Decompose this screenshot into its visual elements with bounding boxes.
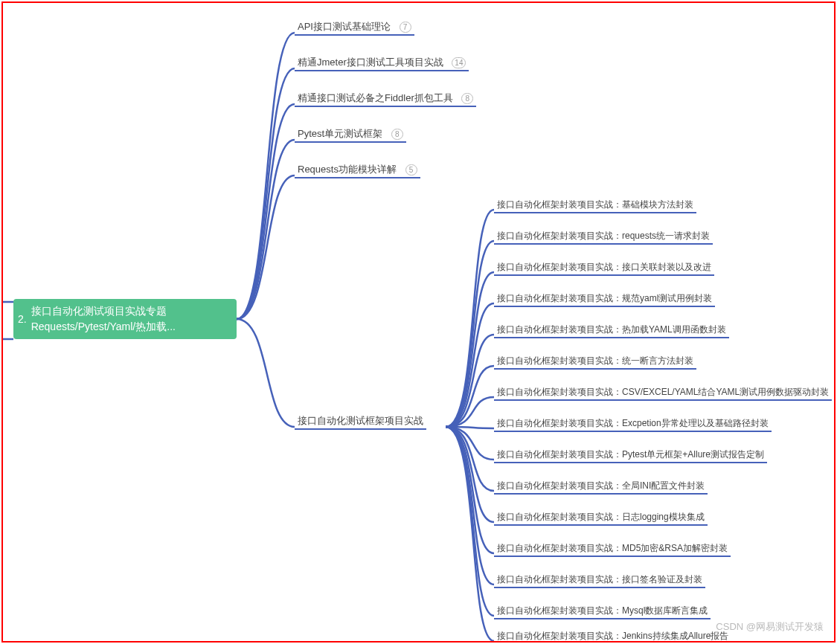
- leaf-item[interactable]: 接口自动化框架封装项目实战：Mysql数据库断言集成: [494, 605, 711, 619]
- root-line1: 接口自动化测试项目实战专题: [31, 305, 167, 317]
- count-badge: 5: [405, 164, 417, 176]
- branch-label: Requests功能模块详解: [298, 164, 397, 175]
- branch-label: API接口测试基础理论: [298, 21, 391, 32]
- leaf-item[interactable]: 接口自动化框架封装项目实战：统一断言方法封装: [494, 355, 696, 370]
- leaf-label: 接口自动化框架封装项目实战：统一断言方法封装: [497, 355, 693, 366]
- watermark: CSDN @网易测试开发猿: [716, 620, 824, 634]
- leaf-item[interactable]: 接口自动化框架封装项目实战：基础模块方法封装: [494, 199, 696, 213]
- leaf-item[interactable]: 接口自动化框架封装项目实战：Jenkins持续集成Allure报告: [494, 630, 731, 643]
- leaf-label: 接口自动化框架封装项目实战：全局INI配置文件封装: [497, 480, 705, 491]
- branch-fiddler[interactable]: 精通接口测试必备之Fiddler抓包工具 8: [295, 91, 476, 107]
- leaf-label: 接口自动化框架封装项目实战：日志logging模块集成: [497, 512, 705, 522]
- leaf-label: 接口自动化框架封装项目实战：基础模块方法封装: [497, 199, 693, 210]
- leaf-label: 接口自动化框架封装项目实战：CSV/EXCEL/YAML结合YAML测试用例数据…: [497, 387, 829, 397]
- leaf-item[interactable]: 接口自动化框架封装项目实战：接口关联封装以及改进: [494, 261, 714, 276]
- leaf-item[interactable]: 接口自动化框架封装项目实战：Excpetion异常处理以及基础路径封装: [494, 417, 772, 432]
- branch-label: 接口自动化测试框架项目实战: [298, 415, 423, 426]
- branch-jmeter[interactable]: 精通Jmeter接口测试工具项目实战 14: [295, 56, 469, 71]
- leaf-label: 接口自动化框架封装项目实战：接口签名验证及封装: [497, 574, 702, 585]
- leaf-label: 接口自动化框架封装项目实战：热加载YAML调用函数封装: [497, 324, 726, 335]
- leaf-label: 接口自动化框架封装项目实战：Jenkins持续集成Allure报告: [497, 631, 728, 641]
- count-badge: 14: [452, 57, 466, 68]
- leaf-item[interactable]: 接口自动化框架封装项目实战：规范yaml测试用例封装: [494, 292, 715, 307]
- root-node[interactable]: 2. 接口自动化测试项目实战专题 Requests/Pytest/Yaml/热加…: [13, 299, 237, 339]
- branch-pytest[interactable]: Pytest单元测试框架 8: [295, 127, 406, 143]
- branch-label: 精通Jmeter接口测试工具项目实战: [298, 57, 443, 68]
- leaf-item[interactable]: 接口自动化框架封装项目实战：热加载YAML调用函数封装: [494, 323, 729, 338]
- leaf-item[interactable]: 接口自动化框架封装项目实战：全局INI配置文件封装: [494, 480, 708, 495]
- diagram-frame: 2. 接口自动化测试项目实战专题 Requests/Pytest/Yaml/热加…: [1, 1, 836, 643]
- leaf-item[interactable]: 接口自动化框架封装项目实战：MD5加密&RSA加解密封装: [494, 542, 731, 557]
- leaf-item[interactable]: 接口自动化框架封装项目实战：日志logging模块集成: [494, 511, 708, 526]
- leaf-item[interactable]: 接口自动化框架封装项目实战：接口签名验证及封装: [494, 573, 705, 588]
- root-line2: Requests/Pytest/Yaml/热加载...: [31, 321, 176, 332]
- leaf-label: 接口自动化框架封装项目实战：requests统一请求封装: [497, 231, 710, 241]
- leaf-item[interactable]: 接口自动化框架封装项目实战：CSV/EXCEL/YAML结合YAML测试用例数据…: [494, 386, 832, 401]
- root-title: 接口自动化测试项目实战专题 Requests/Pytest/Yaml/热加载..…: [31, 303, 176, 335]
- branch-api-theory[interactable]: API接口测试基础理论 7: [295, 20, 414, 36]
- leaf-item[interactable]: 接口自动化框架封装项目实战：requests统一请求封装: [494, 230, 713, 245]
- root-number: 2.: [18, 312, 27, 327]
- leaf-label: 接口自动化框架封装项目实战：Excpetion异常处理以及基础路径封装: [497, 418, 769, 428]
- leaf-label: 接口自动化框架封装项目实战：规范yaml测试用例封装: [497, 293, 712, 303]
- count-badge: 7: [400, 22, 411, 33]
- count-badge: 8: [391, 129, 403, 140]
- leaf-item[interactable]: 接口自动化框架封装项目实战：Pytest单元框架+Allure测试报告定制: [494, 448, 767, 463]
- leaf-label: 接口自动化框架封装项目实战：接口关联封装以及改进: [497, 262, 711, 272]
- leaf-label: 接口自动化框架封装项目实战：Mysql数据库断言集成: [497, 605, 708, 616]
- branch-framework[interactable]: 接口自动化测试框架项目实战: [295, 414, 426, 430]
- leaf-label: 接口自动化框架封装项目实战：Pytest单元框架+Allure测试报告定制: [497, 449, 764, 460]
- leaf-label: 接口自动化框架封装项目实战：MD5加密&RSA加解密封装: [497, 543, 728, 553]
- branch-label: 精通接口测试必备之Fiddler抓包工具: [298, 92, 453, 103]
- branch-requests[interactable]: Requests功能模块详解 5: [295, 163, 420, 178]
- branch-label: Pytest单元测试框架: [298, 128, 382, 139]
- count-badge: 8: [461, 93, 473, 104]
